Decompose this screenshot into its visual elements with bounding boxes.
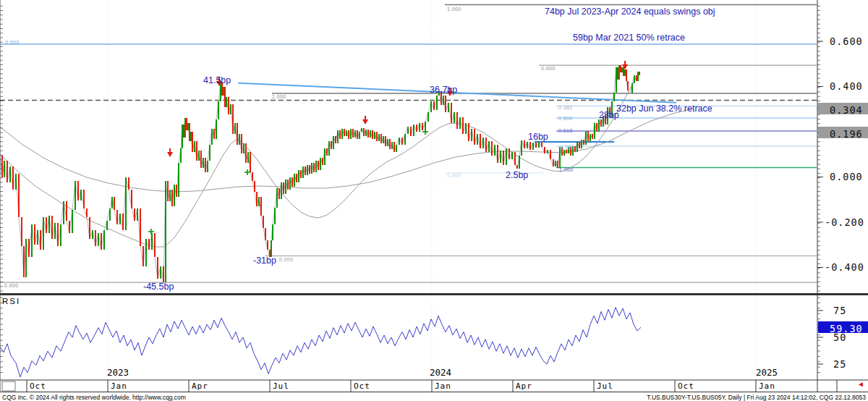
- chart-canvas: [0, 0, 868, 401]
- fib-level-label: 0.382: [558, 105, 573, 110]
- fib-level-label: 1.000: [559, 167, 574, 172]
- price-connector-line: [0, 65, 639, 282]
- fib-level-label: 0.618: [558, 128, 573, 133]
- rsi-line: [0, 308, 641, 377]
- price-axis-label: -0.400: [825, 263, 864, 273]
- chart-annotation: 36.7bp: [430, 85, 457, 95]
- sell-arrow-marker-icon: [362, 116, 368, 124]
- status-copyright: CQG Inc. © 2024 All rights reserved worl…: [2, 394, 186, 401]
- x-axis-year-label: 2024: [430, 368, 451, 378]
- rsi-axis-label: 25: [833, 360, 846, 370]
- x-axis-month-label: Jan: [759, 382, 775, 390]
- status-bar: CQG Inc. © 2024 All rights reserved worl…: [0, 392, 868, 401]
- fib-level-label: 0.000: [541, 66, 556, 71]
- sell-arrow-marker-icon: [167, 148, 173, 157]
- price-axis-label: 0.304: [830, 104, 863, 116]
- rsi-axis-label: 50: [833, 333, 846, 343]
- x-axis-month-label: Apr: [192, 382, 208, 390]
- fib-level-label: 0.000: [4, 283, 19, 288]
- x-axis-month-label: Apr: [516, 382, 532, 390]
- chart-annotation: -31bp: [253, 256, 276, 266]
- x-axis-year-label: 2025: [756, 368, 778, 378]
- price-axis-label: -0.200: [825, 218, 864, 228]
- chart-annotation: -45.5bp: [143, 282, 174, 292]
- x-axis-month-label: Jul: [597, 382, 613, 390]
- scroll-left-arrow-icon[interactable]: ◄: [857, 380, 864, 388]
- price-highlight-badge: 0.304: [818, 103, 868, 114]
- x-axis-year-label: 2023: [107, 368, 129, 378]
- x-axis-month-label: Jan: [111, 382, 127, 390]
- pane-separator: [0, 293, 868, 295]
- chart-annotation: 16bp: [528, 132, 548, 142]
- x-axis-month-label: Jul: [273, 382, 289, 390]
- fib-level-label: 1.000: [447, 7, 461, 12]
- price-axis-label: 0.600: [830, 37, 863, 47]
- fib-level-label: 0.000: [447, 173, 461, 178]
- fib-level-label: 0.500: [558, 116, 573, 121]
- chart-annotation: 41.5bp: [203, 76, 231, 85]
- price-highlight-badge: 0.196: [818, 127, 868, 138]
- chart-annotation: 59bp Mar 2021 50% retrace: [573, 33, 685, 43]
- chart-window: 0.5000.0001.0000.0001.0000.0000.3820.500…: [0, 0, 868, 401]
- price-axis-label: 0.000: [830, 172, 863, 182]
- x-axis-month-label: Oct: [30, 382, 46, 390]
- price-axis-label: 0.400: [830, 82, 863, 92]
- x-axis-month-label: Jan: [435, 382, 451, 390]
- chart-annotation: 74bp Jul 2023-Apr 2024 equals swings obj: [545, 7, 715, 17]
- status-symbol-info: T.US.BUS30Y-T.US.BUS05Y, Daily | Fri Aug…: [647, 394, 866, 401]
- rsi-pane-label: RSI: [2, 297, 20, 306]
- price-axis-label: 0.196: [830, 128, 863, 140]
- chart-annotation: 2.5bp: [506, 171, 528, 180]
- fib-level-label: 0.500: [5, 40, 20, 45]
- fib-level-label: 0.786: [560, 145, 574, 150]
- x-axis-month-label: Oct: [678, 382, 694, 390]
- rsi-axis-label: 75: [833, 306, 846, 316]
- ma-slow: [0, 109, 693, 192]
- x-axis-month-label: Oct: [354, 382, 370, 390]
- chart-annotation: 28bp: [599, 111, 619, 120]
- xaxis-corner-stub: [2, 381, 15, 391]
- fib-level-label: 0.000: [279, 257, 294, 262]
- chart-annotation: 32bp Jun 38.2% retrace: [616, 104, 712, 114]
- fib-level-label: 1.000: [272, 94, 286, 99]
